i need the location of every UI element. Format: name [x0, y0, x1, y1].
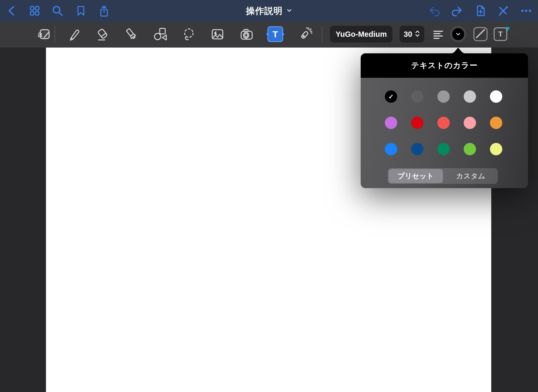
font-size-value: 30 [404, 30, 412, 39]
font-button[interactable]: YuGo-Medium [330, 26, 392, 43]
selection-handle-icon [266, 33, 269, 35]
search-button[interactable] [51, 4, 64, 17]
search-icon [51, 5, 64, 17]
laser-pointer-tool-button[interactable] [298, 27, 312, 42]
text-style-glyph: T [498, 30, 503, 38]
chevron-down-icon [456, 33, 460, 36]
svg-text:a: a [38, 29, 42, 39]
scribble-page-icon: a [37, 27, 51, 42]
page-thumbnails-button[interactable] [28, 4, 41, 17]
color-swatch-orange[interactable] [490, 117, 502, 129]
laser-pointer-icon [298, 27, 312, 42]
tab-preset[interactable]: プリセット [389, 169, 443, 183]
color-swatch-coral[interactable] [437, 117, 450, 129]
share-icon [98, 5, 110, 17]
camera-tool-button[interactable] [239, 27, 254, 42]
bookmark-icon [75, 5, 87, 17]
color-swatch-white[interactable] [490, 90, 502, 103]
text-tool-button-selected[interactable]: T [267, 26, 283, 42]
color-swatch-purple[interactable] [385, 117, 397, 129]
color-swatch-yellow[interactable] [490, 143, 502, 155]
undo-button[interactable] [428, 4, 441, 17]
text-align-button[interactable] [431, 27, 444, 42]
text-style-favorite-button[interactable]: T ♥ [494, 27, 507, 41]
tool-bar: a [0, 22, 538, 48]
color-swatch-light-gray[interactable] [464, 90, 476, 103]
pen-tool-button[interactable] [66, 27, 81, 42]
popover-title: テキストのカラー [411, 60, 478, 71]
bookmark-button[interactable] [75, 4, 87, 17]
heart-icon: ♥ [505, 24, 510, 33]
highlighter-tool-button[interactable] [124, 27, 139, 42]
current-color-swatch [452, 28, 464, 40]
image-icon [210, 27, 225, 42]
color-swatch-green[interactable] [437, 143, 450, 155]
back-button[interactable] [6, 4, 18, 17]
stepper-chevrons-icon [415, 30, 420, 38]
color-swatch-dark-gray[interactable] [411, 90, 423, 103]
preset-custom-segmented-control: プリセット カスタム [388, 168, 498, 184]
shapes-tool-button[interactable] [153, 27, 168, 42]
pen-slash-icon [497, 5, 509, 17]
color-swatch-blue[interactable] [385, 143, 397, 155]
pen-icon [66, 27, 81, 42]
font-size-stepper[interactable]: 30 [400, 26, 424, 43]
color-swatch-black[interactable]: ✓ [385, 90, 397, 103]
grid-icon [29, 5, 41, 17]
tab-custom[interactable]: カスタム [444, 168, 498, 184]
top-navigation-bar: 操作説明 [0, 0, 538, 22]
popover-body: ✓ プリセット カスタム [361, 78, 528, 188]
text-color-button[interactable] [450, 26, 466, 42]
color-swatch-red[interactable] [411, 117, 423, 129]
toolbar-divider [55, 26, 55, 43]
undo-icon [428, 5, 440, 17]
back-chevron-icon [6, 5, 18, 17]
goodnotes-app: 操作説明 [0, 0, 538, 392]
add-page-button[interactable] [474, 4, 487, 17]
eraser-tool-button[interactable] [95, 27, 110, 42]
add-page-icon [475, 5, 487, 17]
image-tool-button[interactable] [210, 27, 225, 42]
text-tool-glyph: T [273, 29, 278, 39]
selection-handle-icon [282, 33, 284, 35]
highlighter-icon [124, 27, 139, 42]
color-swatch-gray[interactable] [437, 90, 450, 103]
document-title-button[interactable]: 操作説明 [246, 0, 292, 22]
text-outline-button[interactable] [473, 27, 488, 41]
ellipsis-icon [520, 5, 532, 17]
align-left-icon [431, 28, 444, 40]
diagonal-stroke-icon [474, 28, 487, 41]
camera-icon [239, 27, 254, 42]
color-swatch-light-green[interactable] [464, 143, 476, 155]
eraser-icon [95, 27, 110, 42]
chevron-down-icon [286, 8, 292, 14]
handwriting-panel-button[interactable]: a [37, 27, 51, 42]
redo-button[interactable] [451, 4, 463, 17]
redo-icon [451, 5, 463, 17]
toolbar-divider [322, 26, 322, 43]
color-swatch-navy[interactable] [411, 143, 423, 155]
more-button[interactable] [520, 4, 532, 17]
color-swatch-pink[interactable] [464, 117, 476, 129]
font-name-label: YuGo-Medium [336, 30, 387, 39]
lasso-tool-button[interactable] [182, 27, 196, 42]
lasso-icon [182, 27, 196, 42]
color-swatch-grid: ✓ [385, 90, 502, 155]
readonly-toggle-button[interactable] [497, 4, 509, 17]
popover-header: テキストのカラー [361, 53, 528, 78]
page-title: 操作説明 [246, 5, 283, 17]
shapes-icon [153, 27, 168, 42]
share-button[interactable] [98, 4, 110, 17]
